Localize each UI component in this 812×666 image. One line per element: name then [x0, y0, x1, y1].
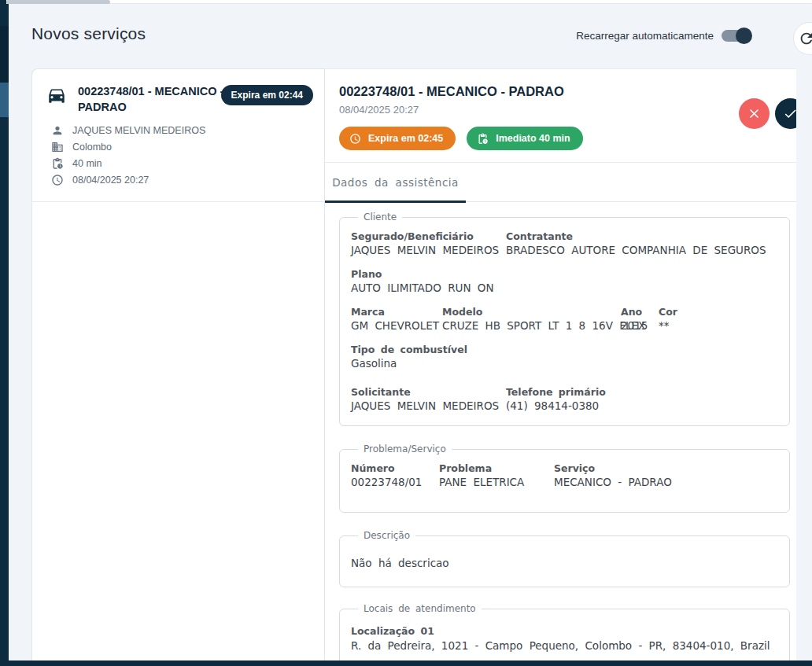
left-nav-active-item[interactable] — [0, 83, 9, 117]
reject-service-button[interactable] — [739, 98, 770, 129]
card-city: Colombo — [72, 142, 112, 153]
card-city-row: Colombo — [51, 141, 312, 153]
clipboard-clock-icon — [477, 133, 489, 145]
solicitante-value: JAQUES MELVIN MEDEIROS — [351, 399, 493, 413]
problema-label: Problema — [439, 462, 541, 475]
problema-servico-legend: Problema/Serviço — [358, 443, 452, 454]
top-scrollbar-corner — [0, 0, 6, 4]
telefone-value: (41) 98414-0380 — [506, 399, 606, 413]
cliente-fieldset: Cliente Segurado/Beneficiário JAQUES MEL… — [339, 212, 790, 426]
cor-label: Cor — [659, 306, 677, 318]
locais-fieldset: Locais de atendimento Localização 01 R. … — [339, 603, 790, 660]
card-eta-row: 40 min — [51, 157, 312, 170]
toggle-knob — [736, 28, 752, 44]
localizacao-address: R. da Pedreira, 1021 - Campo Pequeno, Co… — [351, 639, 778, 652]
building-icon — [51, 141, 64, 153]
tab-dados-assistencia[interactable]: Dados da assistência — [325, 163, 466, 201]
expires-badge-label: Expira em 02:45 — [368, 133, 443, 144]
clipboard-clock-icon — [51, 157, 64, 170]
card-datetime: 08/04/2025 20:27 — [72, 175, 149, 186]
accept-service-button[interactable] — [775, 98, 796, 129]
refresh-icon — [798, 30, 812, 47]
immediate-badge: Imediato 40 min — [467, 127, 582, 150]
check-icon — [783, 106, 796, 121]
left-nav-rail[interactable] — [0, 4, 9, 660]
card-eta: 40 min — [72, 158, 102, 169]
contratante-label: Contratante — [506, 230, 766, 243]
detail-tab-bar: Dados da assistência — [325, 162, 796, 202]
descricao-fieldset: Descrição Não há descricao — [339, 530, 790, 587]
plano-label: Plano — [351, 268, 494, 281]
auto-reload-control: Recarregar automaticamente — [576, 30, 751, 42]
page-header: Novos serviços Recarregar automaticament… — [0, 4, 812, 68]
left-nav-segment — [0, 26, 9, 83]
locais-legend: Locais de atendimento — [358, 603, 482, 614]
detail-body: Cliente Segurado/Beneficiário JAQUES MEL… — [325, 202, 796, 660]
ano-label: Ano — [621, 306, 659, 318]
combustivel-value: Gasolina — [351, 356, 467, 370]
clock-icon — [51, 174, 64, 186]
service-card-title: 00223748/01 - MECANICO - PADRAO — [78, 83, 235, 115]
solicitante-label: Solicitante — [351, 386, 493, 399]
detail-title: 00223748/01 - MECANICO - PADRAO — [339, 84, 796, 99]
servico-label: Serviço — [554, 462, 672, 475]
combustivel-label: Tipo de combustível — [351, 344, 467, 356]
cor-value: ** — [659, 318, 677, 333]
person-icon — [51, 124, 64, 137]
descricao-legend: Descrição — [358, 530, 415, 541]
numero-value: 00223748/01 — [351, 475, 426, 489]
service-card[interactable]: 00223748/01 - MECANICO - PADRAO Expira e… — [32, 69, 324, 202]
numero-label: Número — [351, 462, 426, 475]
detail-header: 00223748/01 - MECANICO - PADRAO 08/04/20… — [325, 69, 796, 162]
modelo-label: Modelo — [442, 306, 621, 318]
page-title: Novos serviços — [31, 24, 146, 43]
card-datetime-row: 08/04/2025 20:27 — [51, 174, 312, 186]
top-scrollbar[interactable] — [0, 0, 812, 4]
servico-value: MECANICO - PADRAO — [554, 475, 672, 489]
ano-value: 2015 — [621, 318, 659, 333]
clock-icon — [349, 133, 361, 145]
immediate-badge-label: Imediato 40 min — [496, 133, 570, 144]
auto-reload-toggle[interactable] — [722, 30, 751, 42]
top-scrollbar-thumb[interactable] — [6, 0, 110, 4]
descricao-text: Não há descricao — [351, 549, 778, 569]
refresh-button[interactable] — [793, 22, 812, 55]
service-detail-panel: 00223748/01 - MECANICO - PADRAO 08/04/20… — [325, 68, 796, 660]
modelo-value: CRUZE HB SPORT LT 1 8 16V FLEX — [442, 318, 621, 333]
close-icon — [747, 106, 762, 121]
car-icon — [46, 83, 67, 109]
card-customer-row: JAQUES MELVIN MEDEIROS — [51, 124, 312, 137]
plano-value: AUTO ILIMITADO RUN ON — [351, 281, 494, 295]
auto-reload-label: Recarregar automaticamente — [576, 30, 714, 42]
service-card-expire-badge: Expira em 02:44 — [221, 85, 313, 105]
marca-value: GM CHEVROLET — [351, 318, 442, 333]
marca-label: Marca — [351, 306, 442, 318]
expires-badge: Expira em 02:45 — [339, 127, 456, 150]
problema-servico-fieldset: Problema/Serviço Número 00223748/01 Prob… — [339, 443, 790, 513]
detail-datetime: 08/04/2025 20:27 — [339, 104, 796, 116]
localizacao-label: Localização 01 — [351, 625, 778, 637]
service-list-panel: 00223748/01 - MECANICO - PADRAO Expira e… — [31, 68, 325, 660]
bottom-bar — [0, 660, 812, 666]
telefone-label: Telefone primário — [506, 386, 606, 399]
cliente-legend: Cliente — [358, 212, 402, 223]
card-customer-name: JAQUES MELVIN MEDEIROS — [72, 125, 205, 136]
contratante-value: BRADESCO AUTORE COMPANHIA DE SEGUROS — [506, 243, 766, 257]
segurado-value: JAQUES MELVIN MEDEIROS — [351, 243, 493, 257]
segurado-label: Segurado/Beneficiário — [351, 230, 493, 243]
problema-value: PANE ELETRICA — [439, 475, 541, 489]
